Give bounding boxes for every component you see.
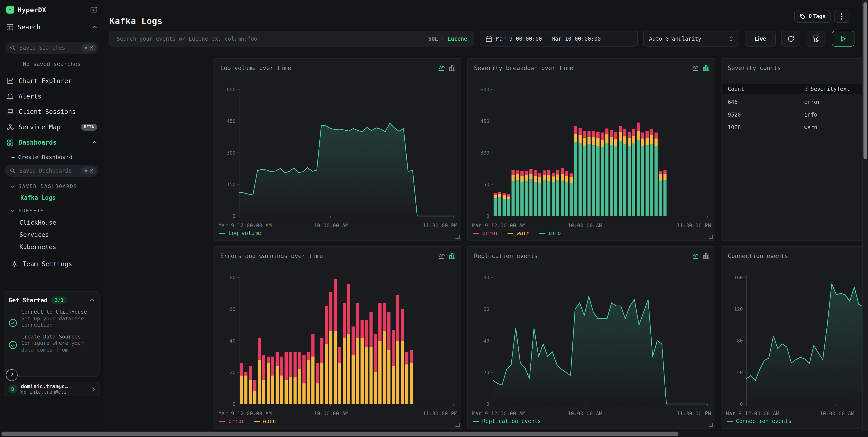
- vertical-scrollbar-thumb[interactable]: [864, 2, 867, 159]
- chart-legend: errorwarn: [219, 418, 276, 424]
- chart-legend: Log volume: [219, 230, 261, 236]
- legend-item[interactable]: info: [539, 230, 561, 236]
- step-subtitle: Configure where your data comes from: [21, 340, 95, 353]
- sidebar-item-alerts[interactable]: Alerts: [5, 89, 99, 104]
- panel-resize-handle[interactable]: [456, 235, 460, 239]
- granularity-select[interactable]: Auto Granularity: [643, 31, 739, 46]
- preset-services[interactable]: Services: [20, 231, 99, 238]
- select-chevrons-icon: [729, 35, 733, 42]
- filter-button[interactable]: [806, 31, 826, 46]
- legend-item[interactable]: warn: [507, 230, 530, 236]
- legend-item[interactable]: Log volume: [219, 230, 261, 236]
- line-chart-toggle[interactable]: [692, 253, 699, 259]
- get-started-step-sources[interactable]: Create Data Sources Configure where your…: [9, 333, 95, 353]
- sidebar-item-chart-explorer[interactable]: Chart Explorer: [5, 73, 99, 89]
- event-search-input[interactable]: [116, 35, 424, 42]
- presets-group[interactable]: PRESETS: [10, 208, 99, 214]
- svg-text:150: 150: [227, 182, 236, 187]
- laptop-icon: [6, 108, 14, 115]
- panel-replication-events: Replication events 806040200 Mar 9 12:00…: [467, 246, 715, 429]
- saved-dashboards-field[interactable]: [19, 167, 78, 174]
- lucene-toggle[interactable]: Lucene: [447, 35, 467, 42]
- search-nav-icon: [6, 24, 13, 31]
- sidebar-item-client-sessions[interactable]: Client Sessions: [5, 104, 99, 119]
- create-dashboard-button[interactable]: + Create Dashboard: [11, 154, 99, 161]
- column-header-count[interactable]: Count: [728, 86, 802, 92]
- tags-button[interactable]: 0 Tags: [794, 10, 831, 23]
- user-menu[interactable]: D dominic.tran@c… dominic.tran@cli…: [4, 382, 99, 396]
- refresh-button[interactable]: [781, 31, 800, 46]
- live-button[interactable]: Live: [745, 31, 776, 46]
- table-row[interactable]: 1068warn: [722, 121, 868, 134]
- sql-toggle[interactable]: SQL: [428, 35, 438, 42]
- legend-item[interactable]: warn: [254, 418, 276, 424]
- legend-swatch: [219, 421, 225, 422]
- run-query-button[interactable]: [832, 31, 855, 46]
- saved-dashboards-input[interactable]: ⌘ K: [5, 165, 99, 177]
- preset-clickhouse[interactable]: ClickHouse: [20, 219, 99, 226]
- chevron-up-icon[interactable]: [92, 25, 97, 29]
- help-button[interactable]: ?: [6, 369, 18, 381]
- chevron-up-icon[interactable]: [92, 140, 97, 144]
- line-chart-icon: [692, 253, 699, 259]
- saved-dashboards-group[interactable]: SAVED DASHBOARDS: [10, 183, 99, 189]
- legend-item[interactable]: Replication events: [473, 418, 541, 424]
- svg-text:150: 150: [480, 182, 489, 187]
- bar-chart-toggle[interactable]: [703, 65, 709, 71]
- step-subtitle: Set up your database connection: [21, 315, 95, 328]
- sidebar-item-search[interactable]: Search: [0, 24, 103, 37]
- svg-text:0: 0: [487, 401, 489, 407]
- legend-label: warn: [263, 418, 276, 424]
- sidebar-collapse-button[interactable]: [90, 6, 97, 13]
- saved-searches-input[interactable]: ⌘ K: [5, 42, 99, 54]
- panel-title: Log volume over time: [220, 65, 438, 71]
- table-row[interactable]: 9520info: [722, 108, 868, 121]
- legend-label: warn: [517, 230, 530, 236]
- saved-searches-field[interactable]: [19, 44, 78, 52]
- table-row[interactable]: 646error: [722, 96, 868, 108]
- line-chart-toggle[interactable]: [692, 65, 699, 71]
- column-header-severitytext[interactable]: SeverityText: [804, 86, 868, 92]
- get-started-step-connect[interactable]: Connect to ClickHouse Set up your databa…: [9, 309, 95, 328]
- time-range-picker[interactable]: Mar 9 00:00:00 - Mar 10 00:00:00: [480, 31, 638, 46]
- group-label: PRESETS: [19, 208, 44, 214]
- sidebar-item-dashboards[interactable]: Dashboards: [5, 135, 99, 150]
- legend-swatch: [254, 421, 260, 422]
- chevron-right-icon: [92, 386, 95, 392]
- legend-item[interactable]: Connection events: [727, 418, 792, 424]
- legend-item[interactable]: error: [473, 230, 498, 236]
- sidebar-item-team-settings[interactable]: Team Settings: [11, 260, 99, 268]
- horizontal-scrollbar[interactable]: [0, 431, 868, 437]
- preset-kubernetes[interactable]: Kubernetes: [20, 243, 99, 250]
- cell-count: 9520: [728, 112, 804, 118]
- saved-dashboard-kafka-logs[interactable]: Kafka Logs: [20, 194, 99, 201]
- vertical-scrollbar[interactable]: [862, 0, 868, 437]
- line-chart-toggle[interactable]: [438, 65, 445, 71]
- bar-chart-toggle[interactable]: [449, 253, 456, 259]
- sidebar-item-service-map[interactable]: Service Map BETA: [5, 119, 99, 135]
- user-email: dominic.tran@cli…: [21, 389, 88, 395]
- line-chart-svg: 806040200: [471, 273, 711, 407]
- more-options-button[interactable]: [834, 10, 849, 23]
- cell-severity: info: [804, 112, 817, 118]
- panel-resize-handle[interactable]: [709, 235, 713, 239]
- gear-icon: [11, 260, 18, 268]
- horizontal-scrollbar-thumb[interactable]: [1, 432, 679, 436]
- legend-item[interactable]: error: [219, 418, 245, 424]
- question-mark-icon: ?: [10, 372, 13, 378]
- bar-chart-toggle[interactable]: [703, 253, 709, 259]
- chart-legend: Connection events: [727, 418, 792, 424]
- x-axis-labels: Mar 9 12:00:00 AM10:00:00 AM11:30:00 PM: [725, 410, 868, 417]
- line-chart-toggle[interactable]: [438, 253, 445, 259]
- event-search-box[interactable]: SQL | Lucene: [110, 31, 473, 46]
- chevron-up-icon[interactable]: [90, 299, 95, 302]
- panel-resize-handle[interactable]: [709, 423, 713, 427]
- cell-severity: warn: [804, 124, 817, 131]
- bar-chart-toggle[interactable]: [449, 65, 456, 71]
- panel-resize-handle[interactable]: [456, 423, 460, 427]
- svg-text:20: 20: [229, 370, 236, 375]
- page-title: Kafka Logs: [110, 15, 163, 26]
- drag-handle-icon[interactable]: [804, 86, 807, 91]
- legend-swatch: [539, 233, 545, 234]
- panel-log-volume-over-time: Log volume over time 6004503001500 Mar 9…: [214, 58, 461, 241]
